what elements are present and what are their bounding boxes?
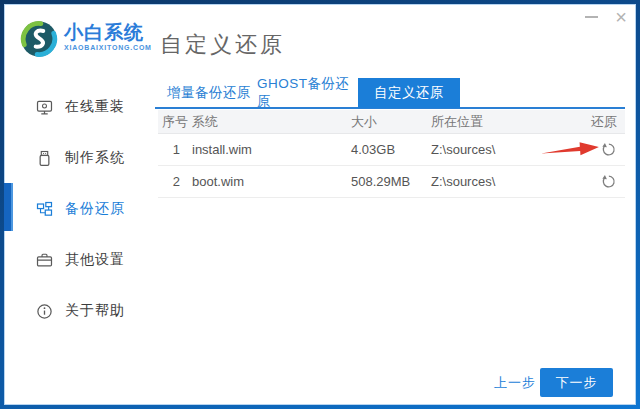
restore-button[interactable] bbox=[600, 173, 617, 190]
info-icon bbox=[35, 302, 53, 320]
table-header-row: 序号 系统 大小 所在位置 还原 bbox=[158, 110, 625, 134]
sidebar-item-make-system[interactable]: 制作系统 bbox=[4, 144, 149, 172]
tab-label: 增量备份还原 bbox=[167, 84, 251, 102]
col-header-index: 序号 bbox=[158, 113, 192, 131]
tab-ghost-backup-restore[interactable]: GHOST备份还原 bbox=[257, 78, 358, 108]
next-step-button[interactable]: 下一步 bbox=[540, 368, 613, 397]
backup-blocks-icon bbox=[35, 200, 53, 218]
tab-custom-restore[interactable]: 自定义还原 bbox=[358, 78, 460, 108]
minimize-button[interactable] bbox=[578, 4, 604, 30]
sidebar-item-label: 在线重装 bbox=[65, 98, 125, 116]
sidebar-item-label: 其他设置 bbox=[65, 251, 125, 269]
briefcase-icon bbox=[35, 251, 53, 269]
brand-domain: XIAOBAIXITONG.COM bbox=[64, 44, 152, 51]
sidebar-item-label: 关于帮助 bbox=[65, 302, 125, 320]
cell-size: 4.03GB bbox=[351, 142, 431, 157]
restore-circular-arrow-icon bbox=[600, 141, 617, 158]
close-icon: × bbox=[615, 7, 627, 27]
sidebar-item-other-settings[interactable]: 其他设置 bbox=[4, 246, 149, 274]
cell-index: 1 bbox=[158, 142, 192, 157]
tab-incremental-backup-restore[interactable]: 增量备份还原 bbox=[161, 78, 257, 108]
prev-step-button[interactable]: 上一步 bbox=[493, 370, 537, 395]
cell-location: Z:\sources\ bbox=[431, 174, 571, 189]
col-header-restore: 还原 bbox=[571, 113, 625, 131]
col-header-location: 所在位置 bbox=[431, 113, 571, 131]
sidebar-item-online-reinstall[interactable]: 在线重装 bbox=[4, 93, 149, 121]
app-logo bbox=[20, 20, 58, 58]
app-window: × 小白系统 XIAOBAIXITONG.COM 自定义还原 在线重装 bbox=[4, 4, 636, 405]
close-button[interactable]: × bbox=[608, 4, 634, 30]
cell-system: boot.wim bbox=[192, 174, 351, 189]
window-frame: × 小白系统 XIAOBAIXITONG.COM 自定义还原 在线重装 bbox=[0, 0, 640, 409]
restore-circular-arrow-icon bbox=[600, 173, 617, 190]
cell-system: install.wim bbox=[192, 142, 351, 157]
usb-drive-icon bbox=[35, 149, 53, 167]
cell-size: 508.29MB bbox=[351, 174, 431, 189]
brand-name: 小白系统 bbox=[64, 22, 152, 44]
restore-button[interactable] bbox=[600, 141, 617, 158]
tab-label: GHOST备份还原 bbox=[257, 75, 358, 111]
sidebar-item-label: 备份还原 bbox=[65, 200, 125, 218]
page-title: 自定义还原 bbox=[160, 30, 285, 60]
col-header-size: 大小 bbox=[351, 113, 431, 131]
monitor-reinstall-icon bbox=[35, 98, 53, 116]
minimize-icon bbox=[585, 16, 598, 18]
logo-swirl-icon bbox=[20, 20, 58, 58]
sidebar-item-about-help[interactable]: 关于帮助 bbox=[4, 297, 149, 325]
annotation-red-arrow bbox=[540, 137, 599, 161]
table-row: 2 boot.wim 508.29MB Z:\sources\ bbox=[158, 166, 625, 198]
sidebar-item-label: 制作系统 bbox=[65, 149, 125, 167]
cell-index: 2 bbox=[158, 174, 192, 189]
tab-label: 自定义还原 bbox=[374, 84, 444, 102]
sidebar-item-backup-restore[interactable]: 备份还原 bbox=[4, 195, 149, 223]
brand-block: 小白系统 XIAOBAIXITONG.COM bbox=[64, 22, 152, 51]
col-header-system: 系统 bbox=[192, 113, 351, 131]
